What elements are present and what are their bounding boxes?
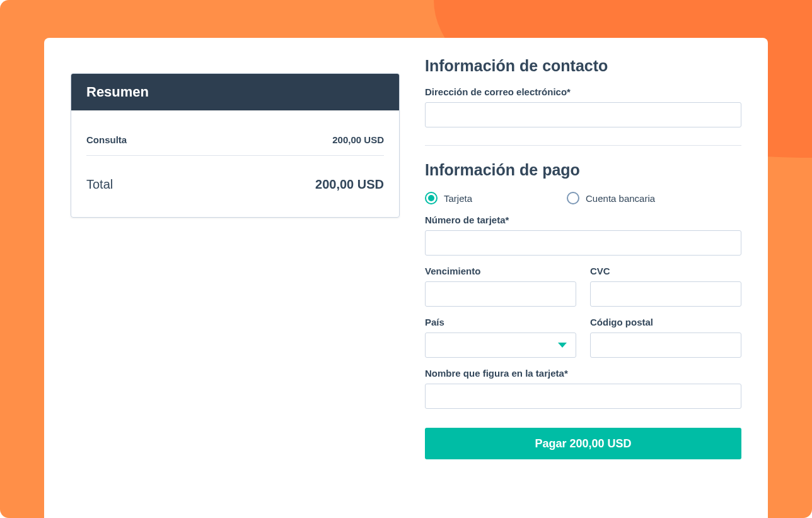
cvc-field[interactable] bbox=[590, 281, 741, 307]
country-select[interactable] bbox=[425, 333, 576, 358]
section-divider bbox=[425, 145, 741, 146]
summary-item-label: Consulta bbox=[86, 134, 127, 145]
postal-field[interactable] bbox=[590, 333, 741, 358]
chevron-down-icon bbox=[558, 343, 567, 348]
cvc-label: CVC bbox=[590, 266, 741, 276]
checkout-form: Información de contacto Dirección de cor… bbox=[425, 57, 741, 518]
postal-label: Código postal bbox=[590, 317, 741, 327]
contact-section-title: Información de contacto bbox=[425, 57, 741, 75]
radio-bank-label: Cuenta bancaria bbox=[586, 193, 655, 204]
email-field[interactable] bbox=[425, 102, 741, 127]
summary-panel: Resumen Consulta 200,00 USD Total 200,00… bbox=[71, 73, 400, 218]
summary-divider bbox=[86, 155, 384, 156]
radio-card-label: Tarjeta bbox=[444, 193, 472, 204]
summary-total-amount: 200,00 USD bbox=[315, 177, 384, 192]
cardholder-name-label: Nombre que figura en la tarjeta* bbox=[425, 368, 741, 379]
checkout-card: Resumen Consulta 200,00 USD Total 200,00… bbox=[44, 38, 768, 518]
summary-body: Consulta 200,00 USD Total 200,00 USD bbox=[71, 110, 399, 217]
cardholder-name-field[interactable] bbox=[425, 384, 741, 409]
radio-card[interactable]: Tarjeta bbox=[425, 192, 472, 204]
summary-total-label: Total bbox=[86, 177, 113, 192]
pay-button[interactable]: Pagar 200,00 USD bbox=[425, 428, 741, 459]
expiry-field[interactable] bbox=[425, 281, 576, 307]
card-number-field[interactable] bbox=[425, 230, 741, 256]
radio-icon-unselected bbox=[567, 192, 579, 204]
country-label: País bbox=[425, 317, 576, 327]
payment-method-radios: Tarjeta Cuenta bancaria bbox=[425, 192, 741, 204]
email-label: Dirección de correo electrónico* bbox=[425, 86, 741, 97]
summary-header: Resumen bbox=[71, 74, 399, 110]
radio-icon-selected bbox=[425, 192, 438, 204]
expiry-label: Vencimiento bbox=[425, 266, 576, 276]
summary-total-line: Total 200,00 USD bbox=[86, 158, 384, 203]
summary-item-amount: 200,00 USD bbox=[332, 134, 384, 145]
radio-bank[interactable]: Cuenta bancaria bbox=[567, 192, 655, 204]
summary-line-item: Consulta 200,00 USD bbox=[86, 127, 384, 154]
payment-section-title: Información de pago bbox=[425, 161, 741, 179]
card-number-label: Número de tarjeta* bbox=[425, 215, 741, 225]
